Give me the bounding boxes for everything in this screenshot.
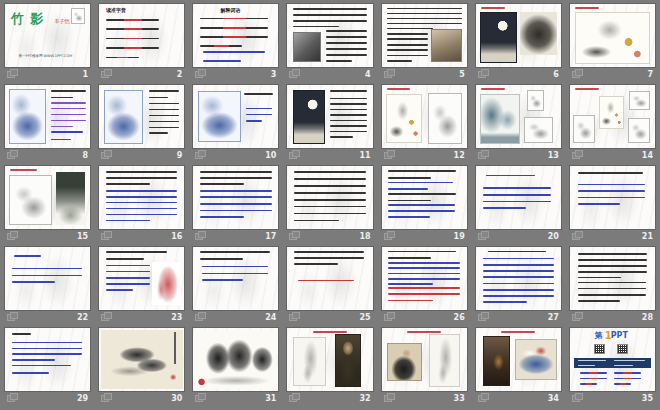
slide-thumbnail-15[interactable] xyxy=(5,166,90,229)
slide-thumbnail-33[interactable] xyxy=(382,328,467,391)
title-lines xyxy=(149,90,180,98)
slide-thumbnail-22[interactable] xyxy=(5,247,90,310)
slide-thumbnail-1[interactable]: 竹影丰子恺第一PPT模板网 WWW.1PPT.COM xyxy=(5,4,90,67)
slide-number: 11 xyxy=(359,151,370,160)
title-line xyxy=(486,175,535,179)
red-title-line xyxy=(575,88,599,91)
slide-thumbnail-28[interactable] xyxy=(570,247,655,310)
slides-stack-icon xyxy=(195,314,203,321)
western-portrait-painting xyxy=(387,343,423,381)
sketch-painting xyxy=(524,117,553,143)
definition-lines-blue xyxy=(203,51,264,62)
slide-thumbnail-17[interactable] xyxy=(193,166,278,229)
slide-number: 16 xyxy=(171,232,182,241)
slide-number: 2 xyxy=(177,70,183,79)
answer-lines xyxy=(388,182,453,190)
slide-meta: 3 xyxy=(193,67,278,81)
ink-painting-moon xyxy=(293,90,325,144)
slide-thumbnail-8[interactable] xyxy=(5,85,90,148)
slide-thumbnail-4[interactable] xyxy=(287,4,372,67)
qr-code xyxy=(594,344,605,355)
slide-cell: 解释词语3 xyxy=(193,4,278,81)
slide-meta: 9 xyxy=(99,148,184,162)
slide-thumbnail-10[interactable] xyxy=(193,85,278,148)
slide-thumbnail-31[interactable] xyxy=(193,328,278,391)
slide-thumbnail-24[interactable] xyxy=(193,247,278,310)
slide-thumbnail-34[interactable] xyxy=(476,328,561,391)
slide-cell: 33 xyxy=(382,328,467,405)
slide-thumbnail-25[interactable] xyxy=(287,247,372,310)
body-lines xyxy=(12,268,82,283)
slide-thumbnail-6[interactable] xyxy=(476,4,561,67)
footer-text-lines xyxy=(580,372,607,385)
slides-stack-icon xyxy=(384,71,392,78)
sketch-painting xyxy=(628,118,650,143)
slide-meta: 31 xyxy=(193,391,278,405)
slide-thumbnail-18[interactable] xyxy=(287,166,372,229)
slide-cell: 11 xyxy=(287,85,372,162)
slides-stack-icon xyxy=(478,314,486,321)
logo-text-ppt: PPT xyxy=(611,332,628,340)
slide-thumbnail-21[interactable] xyxy=(570,166,655,229)
slides-stack-icon xyxy=(572,152,580,159)
question-lines xyxy=(388,251,456,259)
ink-painting-blue xyxy=(198,91,241,141)
slide-thumbnail-20[interactable] xyxy=(476,166,561,229)
slide-number: 13 xyxy=(548,151,559,160)
slides-stack-icon xyxy=(195,71,203,78)
slide-number: 6 xyxy=(553,70,559,79)
slide-number: 30 xyxy=(171,394,182,403)
portrait-sketch xyxy=(527,90,544,111)
comic-painting xyxy=(386,94,423,143)
slide-cell: 7 xyxy=(570,4,655,81)
chinese-painting xyxy=(429,334,460,388)
slide-thumbnail-12[interactable] xyxy=(382,85,467,148)
slide-thumbnail-30[interactable] xyxy=(99,328,184,391)
slide-cell: 9 xyxy=(99,85,184,162)
body-lines xyxy=(149,103,180,135)
slide-thumbnail-23[interactable] xyxy=(99,247,184,310)
slide-number: 35 xyxy=(642,394,653,403)
slide-thumbnail-14[interactable] xyxy=(570,85,655,148)
slide-number: 19 xyxy=(454,232,465,241)
slide-meta: 6 xyxy=(476,67,561,81)
question-lines xyxy=(294,251,364,264)
slide-meta: 18 xyxy=(287,229,372,243)
slide-thumbnail-11[interactable] xyxy=(287,85,372,148)
slide-thumbnail-2[interactable]: 读准字音 xyxy=(99,4,184,67)
slide-thumbnail-29[interactable] xyxy=(5,328,90,391)
slide-meta: 12 xyxy=(382,148,467,162)
slides-stack-icon xyxy=(572,395,580,402)
slides-stack-icon xyxy=(289,395,297,402)
answer-lines xyxy=(106,265,150,291)
slide-meta: 28 xyxy=(570,310,655,324)
body-lines xyxy=(12,342,82,361)
slide-number: 9 xyxy=(177,151,183,160)
slides-stack-icon xyxy=(384,314,392,321)
answer-line-red xyxy=(298,280,354,284)
slide-thumbnail-7[interactable] xyxy=(570,4,655,67)
red-title-line xyxy=(575,7,599,10)
slide-number: 21 xyxy=(642,232,653,241)
slide-number: 15 xyxy=(77,232,88,241)
slide-thumbnail-13[interactable] xyxy=(476,85,561,148)
slide-thumbnail-27[interactable] xyxy=(476,247,561,310)
slide-meta: 8 xyxy=(5,148,90,162)
slide-number: 27 xyxy=(548,313,559,322)
slide-thumbnail-16[interactable] xyxy=(99,166,184,229)
pine-painting xyxy=(56,172,85,225)
red-title-line xyxy=(481,7,505,10)
title-lines xyxy=(51,90,86,98)
slide-thumbnail-26[interactable] xyxy=(382,247,467,310)
slide-thumbnail-9[interactable] xyxy=(99,85,184,148)
slide-thumbnail-3[interactable]: 解释词语 xyxy=(193,4,278,67)
slide-meta: 30 xyxy=(99,391,184,405)
slide-meta: 26 xyxy=(382,310,467,324)
slide-thumbnail-5[interactable] xyxy=(382,4,467,67)
slide-cell: 18 xyxy=(287,166,372,243)
slide-thumbnail-19[interactable] xyxy=(382,166,467,229)
slide-meta: 23 xyxy=(99,310,184,324)
definition-lines xyxy=(200,18,268,47)
slide-thumbnail-32[interactable] xyxy=(287,328,372,391)
slide-thumbnail-35[interactable]: 第1PPT xyxy=(570,328,655,391)
